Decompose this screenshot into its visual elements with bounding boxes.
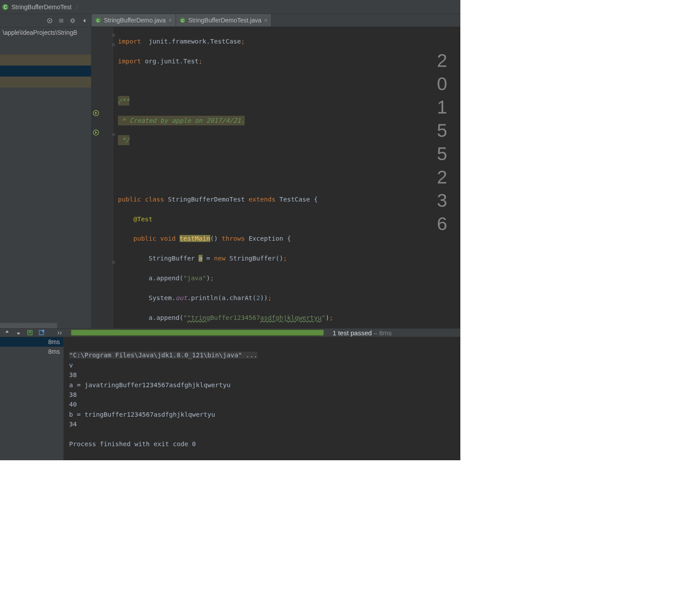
more-icon[interactable]: ›› [57,329,62,337]
test-tree-row[interactable]: 8ms [0,337,63,347]
horizontal-scrollbar[interactable] [0,323,57,328]
gutter: ⊟ ⊟ ⊟ ⊟ [92,27,114,328]
breadcrumb-title[interactable]: StringBufferDemoTest [11,4,72,11]
tree-row[interactable] [0,55,91,66]
export-icon[interactable] [26,329,33,336]
run-test-icon[interactable] [92,110,99,117]
arrow-up-icon[interactable] [4,329,11,336]
svg-text:C: C [97,18,99,23]
test-progress-bar [71,330,324,336]
test-tree-row[interactable]: 8ms [0,347,63,356]
code-editor[interactable]: ⊟ ⊟ ⊟ ⊟ import junit.framework.TestCase;… [92,27,460,328]
breadcrumb: C StringBufferDemoTest 〉 [0,0,460,14]
test-tree[interactable]: 8ms 8ms [0,337,64,462]
chevron-right-icon: 〉 [75,3,81,11]
java-class-icon: C [180,17,186,23]
console-output[interactable]: "C:\Program Files\Java\jdk1.8.0_121\bin\… [64,337,460,462]
tree-row[interactable] [0,66,91,77]
svg-point-3 [49,20,51,21]
code-content[interactable]: import junit.framework.TestCase; import … [114,27,460,328]
import-icon[interactable] [38,329,45,336]
editor-area: C StringBufferDemo.java × C StringBuffer… [92,14,460,328]
svg-text:C: C [4,5,7,10]
close-icon[interactable]: × [264,17,268,24]
sidebar-toolbar [0,14,91,27]
hide-icon[interactable] [81,17,88,24]
project-tree[interactable] [0,38,91,328]
gear-icon[interactable] [69,17,76,24]
tab-stringbufferdemotest[interactable]: C StringBufferDemoTest.java × [176,14,272,26]
tab-label: StringBufferDemoTest.java [188,17,261,24]
tab-label: StringBufferDemo.java [104,17,166,24]
close-icon[interactable]: × [169,17,172,24]
class-icon: C [2,4,9,11]
run-test-icon[interactable] [92,129,99,136]
svg-point-4 [71,19,74,22]
tree-row[interactable] [0,77,91,88]
project-sidebar: \apple\IdeaProjects\StringB [0,14,92,328]
svg-point-13 [42,330,44,332]
run-panel: ›› 1 test passed – 8ms 8ms 8ms "C:\Progr… [0,328,460,460]
tab-stringbufferdemo[interactable]: C StringBufferDemo.java × [92,14,176,26]
test-status: 1 test passed – 8ms [333,329,392,337]
sidebar-path: \apple\IdeaProjects\StringB [0,27,91,38]
collapse-icon[interactable] [58,17,65,24]
editor-tab-bar: C StringBufferDemo.java × C StringBuffer… [92,14,460,27]
svg-text:C: C [181,18,184,23]
run-toolbar: ›› 1 test passed – 8ms [0,329,460,337]
target-icon[interactable] [46,17,53,24]
arrow-down-icon[interactable] [15,329,22,336]
java-class-icon: C [95,17,101,23]
